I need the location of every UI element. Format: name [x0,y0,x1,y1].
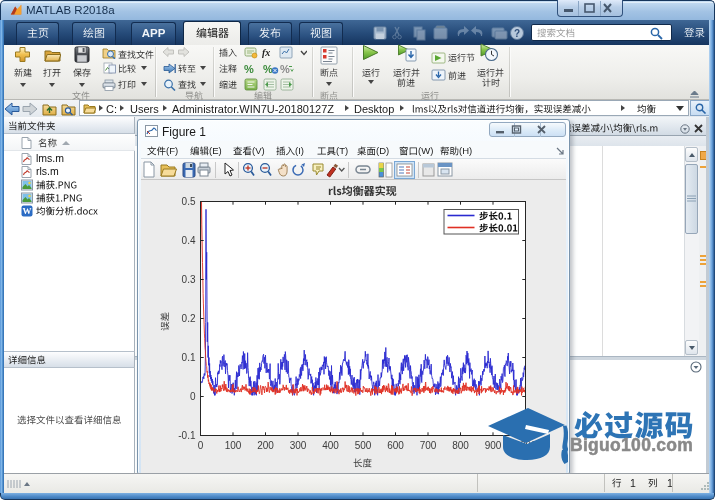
svg-text:fx: fx [262,47,270,58]
svg-text:0: 0 [198,440,204,451]
svg-text:500: 500 [355,440,372,451]
svg-text:100: 100 [225,440,242,451]
svg-text:200: 200 [257,440,274,451]
svg-text:0.2: 0.2 [182,313,196,324]
svg-text:%: % [263,63,273,75]
svg-text:400: 400 [322,440,339,451]
svg-text:W: W [23,206,32,216]
svg-text:%: % [244,63,254,75]
svg-text:0.4: 0.4 [182,235,196,246]
svg-text:600: 600 [387,440,404,451]
svg-text:-0.1: -0.1 [178,430,196,441]
svg-text:%: % [280,63,290,75]
svg-text:700: 700 [420,440,437,451]
svg-text:300: 300 [290,440,307,451]
svg-text:?: ? [514,28,520,39]
svg-text:0.1: 0.1 [182,352,196,363]
svg-text:800: 800 [452,440,469,451]
svg-text:0.5: 0.5 [182,196,196,207]
svg-text:0: 0 [190,391,196,402]
svg-text:0.3: 0.3 [182,274,196,285]
